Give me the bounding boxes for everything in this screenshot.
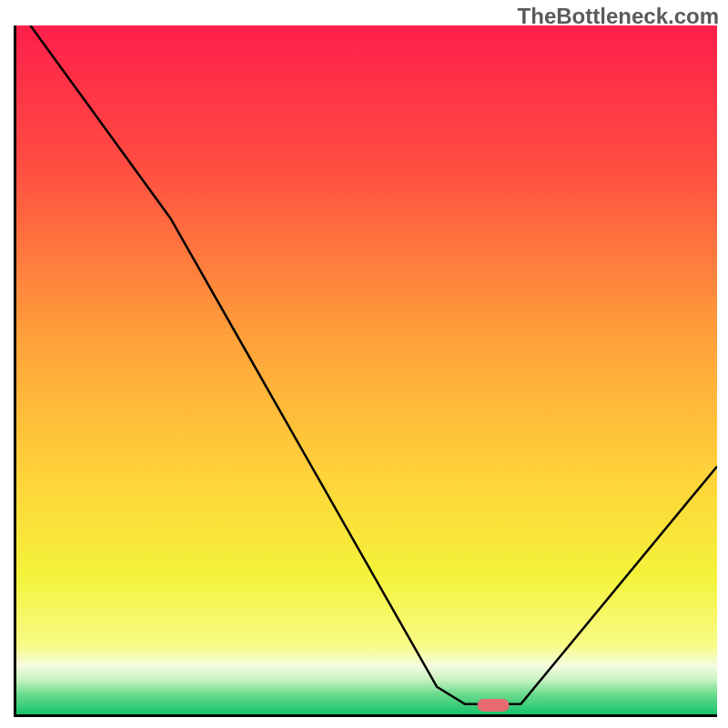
plot-area bbox=[14, 25, 717, 717]
bottleneck-curve bbox=[16, 25, 717, 714]
watermark-text: TheBottleneck.com bbox=[518, 4, 719, 29]
optimal-marker bbox=[477, 699, 509, 712]
chart-container: TheBottleneck.com bbox=[0, 0, 728, 728]
